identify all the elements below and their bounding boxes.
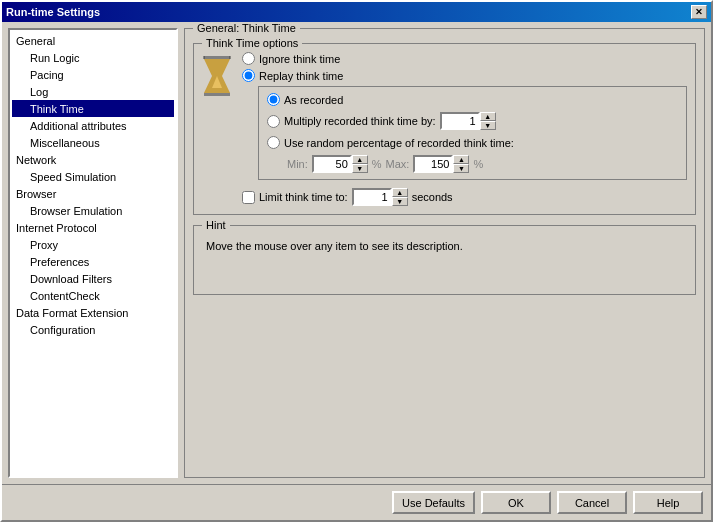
tree-item-think-time[interactable]: Think Time bbox=[12, 100, 174, 117]
replay-label[interactable]: Replay think time bbox=[259, 70, 343, 82]
close-button[interactable]: ✕ bbox=[691, 5, 707, 19]
random-radio[interactable] bbox=[267, 136, 280, 149]
seconds-label: seconds bbox=[412, 191, 453, 203]
tree-label-browser: Browser bbox=[16, 188, 56, 200]
tree-item-data-format-extension[interactable]: Data Format Extension bbox=[12, 304, 174, 321]
limit-down-btn[interactable]: ▼ bbox=[392, 197, 408, 206]
random-label[interactable]: Use random percentage of recorded think … bbox=[284, 137, 514, 149]
as-recorded-label[interactable]: As recorded bbox=[284, 94, 343, 106]
replay-radio-row: Replay think time bbox=[242, 69, 687, 82]
hourglass-icon bbox=[202, 56, 232, 96]
tree-label-proxy: Proxy bbox=[30, 239, 58, 251]
multiply-spinbox-btns: ▲ ▼ bbox=[480, 112, 496, 130]
tree-panel: GeneralRun LogicPacingLogThink TimeAddit… bbox=[8, 28, 178, 478]
tree-item-browser-emulation[interactable]: Browser Emulation bbox=[12, 202, 174, 219]
svg-rect-0 bbox=[204, 56, 230, 59]
content-area: GeneralRun LogicPacingLogThink TimeAddit… bbox=[2, 22, 711, 484]
limit-checkbox[interactable] bbox=[242, 191, 255, 204]
tree-label-general: General bbox=[16, 35, 55, 47]
tree-label-think-time: Think Time bbox=[30, 103, 84, 115]
use-defaults-button[interactable]: Use Defaults bbox=[392, 491, 475, 514]
hint-group: Hint Move the mouse over any item to see… bbox=[193, 225, 696, 295]
tree-item-network[interactable]: Network bbox=[12, 151, 174, 168]
multiply-up-btn[interactable]: ▲ bbox=[480, 112, 496, 121]
tree-label-speed-simulation: Speed Simulation bbox=[30, 171, 116, 183]
min-spinbox-btns: ▲ ▼ bbox=[352, 155, 368, 173]
min-input[interactable]: 50 bbox=[312, 155, 352, 173]
limit-row: Limit think time to: 1 ▲ ▼ seconds bbox=[242, 188, 687, 206]
tree-label-log: Log bbox=[30, 86, 48, 98]
hint-content: Move the mouse over any item to see its … bbox=[202, 236, 687, 286]
tree-label-configuration: Configuration bbox=[30, 324, 95, 336]
radio-options: Ignore think time Replay think time bbox=[242, 52, 687, 206]
tree-item-internet-protocol[interactable]: Internet Protocol bbox=[12, 219, 174, 236]
tree-label-internet-protocol: Internet Protocol bbox=[16, 222, 97, 234]
max-spinbox: 150 ▲ ▼ bbox=[413, 155, 469, 173]
as-recorded-radio[interactable] bbox=[267, 93, 280, 106]
ok-button[interactable]: OK bbox=[481, 491, 551, 514]
hourglass-area: Ignore think time Replay think time bbox=[202, 52, 687, 206]
options-title: Think Time options bbox=[202, 37, 302, 49]
limit-input[interactable]: 1 bbox=[352, 188, 392, 206]
tree-label-preferences: Preferences bbox=[30, 256, 89, 268]
sub-options: As recorded Multiply recorded think time… bbox=[258, 86, 687, 180]
replay-radio[interactable] bbox=[242, 69, 255, 82]
multiply-row: Multiply recorded think time by: 1 ▲ ▼ bbox=[267, 112, 678, 130]
ignore-radio-row: Ignore think time bbox=[242, 52, 687, 65]
limit-spinbox-btns: ▲ ▼ bbox=[392, 188, 408, 206]
min-up-btn[interactable]: ▲ bbox=[352, 155, 368, 164]
svg-rect-3 bbox=[204, 93, 230, 96]
tree-label-content-check: ContentCheck bbox=[30, 290, 100, 302]
min-max-row: Min: 50 ▲ ▼ % Max: bbox=[287, 155, 678, 173]
group-title: General: Think Time bbox=[193, 22, 300, 34]
max-pct: % bbox=[473, 158, 483, 170]
multiply-radio[interactable] bbox=[267, 115, 280, 128]
main-window: Run-time Settings ✕ GeneralRun LogicPaci… bbox=[0, 0, 713, 522]
hint-title: Hint bbox=[202, 219, 230, 231]
tree-item-browser[interactable]: Browser bbox=[12, 185, 174, 202]
multiply-input[interactable]: 1 bbox=[440, 112, 480, 130]
tree-label-download-filters: Download Filters bbox=[30, 273, 112, 285]
tree-item-speed-simulation[interactable]: Speed Simulation bbox=[12, 168, 174, 185]
multiply-spinbox: 1 ▲ ▼ bbox=[440, 112, 496, 130]
limit-label[interactable]: Limit think time to: bbox=[259, 191, 348, 203]
tree-label-additional-attributes: Additional attributes bbox=[30, 120, 127, 132]
ignore-radio[interactable] bbox=[242, 52, 255, 65]
random-row: Use random percentage of recorded think … bbox=[267, 136, 678, 149]
think-time-options: Think Time options bbox=[193, 43, 696, 215]
tree-item-content-check[interactable]: ContentCheck bbox=[12, 287, 174, 304]
multiply-down-btn[interactable]: ▼ bbox=[480, 121, 496, 130]
tree-item-proxy[interactable]: Proxy bbox=[12, 236, 174, 253]
multiply-label[interactable]: Multiply recorded think time by: bbox=[284, 115, 436, 127]
tree-label-browser-emulation: Browser Emulation bbox=[30, 205, 122, 217]
min-down-btn[interactable]: ▼ bbox=[352, 164, 368, 173]
min-spinbox: 50 ▲ ▼ bbox=[312, 155, 368, 173]
tree-item-log[interactable]: Log bbox=[12, 83, 174, 100]
limit-spinbox: 1 ▲ ▼ bbox=[352, 188, 408, 206]
tree-item-additional-attributes[interactable]: Additional attributes bbox=[12, 117, 174, 134]
cancel-button[interactable]: Cancel bbox=[557, 491, 627, 514]
tree-item-preferences[interactable]: Preferences bbox=[12, 253, 174, 270]
tree-label-data-format-extension: Data Format Extension bbox=[16, 307, 129, 319]
tree-item-configuration[interactable]: Configuration bbox=[12, 321, 174, 338]
tree-item-miscellaneous[interactable]: Miscellaneous bbox=[12, 134, 174, 151]
help-button[interactable]: Help bbox=[633, 491, 703, 514]
max-up-btn[interactable]: ▲ bbox=[453, 155, 469, 164]
window-title: Run-time Settings bbox=[6, 6, 100, 18]
tree-label-run-logic: Run Logic bbox=[30, 52, 80, 64]
max-down-btn[interactable]: ▼ bbox=[453, 164, 469, 173]
ignore-label[interactable]: Ignore think time bbox=[259, 53, 340, 65]
tree-label-miscellaneous: Miscellaneous bbox=[30, 137, 100, 149]
limit-up-btn[interactable]: ▲ bbox=[392, 188, 408, 197]
max-label: Max: bbox=[386, 158, 410, 170]
tree-item-general[interactable]: General bbox=[12, 32, 174, 49]
tree-label-network: Network bbox=[16, 154, 56, 166]
hint-text: Move the mouse over any item to see its … bbox=[206, 240, 463, 252]
title-bar: Run-time Settings ✕ bbox=[2, 2, 711, 22]
as-recorded-row: As recorded bbox=[267, 93, 678, 106]
max-input[interactable]: 150 bbox=[413, 155, 453, 173]
tree-item-run-logic[interactable]: Run Logic bbox=[12, 49, 174, 66]
bottom-bar: Use Defaults OK Cancel Help bbox=[2, 484, 711, 520]
tree-item-download-filters[interactable]: Download Filters bbox=[12, 270, 174, 287]
tree-item-pacing[interactable]: Pacing bbox=[12, 66, 174, 83]
